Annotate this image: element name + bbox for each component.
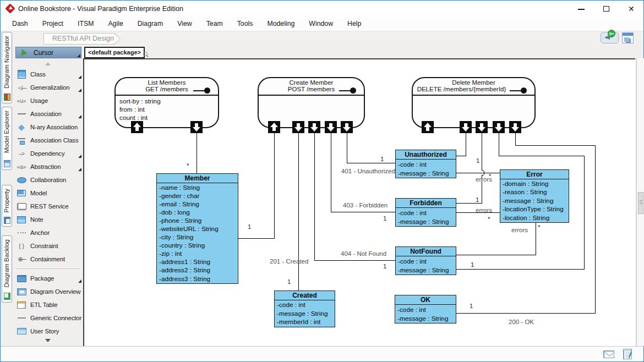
class-error[interactable]: Error -domain : String-reason : String-m…: [500, 169, 569, 223]
toolbox-item-label: Anchor: [30, 229, 50, 236]
output-port[interactable]: [460, 121, 472, 133]
maximize-button[interactable]: [594, 1, 619, 17]
toolbox-item-generalization[interactable]: Generalization: [13, 81, 83, 94]
toolbox-item-association[interactable]: Association: [13, 107, 83, 120]
canvas-area: <default package> List Members: [83, 46, 635, 346]
input-port[interactable]: [131, 121, 143, 133]
toolbox-item-diagram-overview[interactable]: Diagram Overview: [13, 285, 83, 298]
attribute-row: sort-by : string: [119, 97, 218, 106]
connector-create-notfound[interactable]: [314, 127, 395, 260]
vertical-scrollbar[interactable]: [636, 58, 644, 346]
toolbox-item-nary-association[interactable]: N-ary Association: [13, 120, 83, 134]
association-class-icon: [17, 136, 26, 145]
menu-team[interactable]: Team: [199, 17, 230, 31]
toolbox-item-usage[interactable]: Usage: [13, 94, 83, 107]
toolbox-item-user-story[interactable]: User Story: [13, 325, 83, 338]
attribute-row: from : int: [119, 106, 218, 114]
class-title: NotFound: [396, 247, 456, 256]
scrollbar-thumb[interactable]: [638, 192, 643, 214]
class-title: Unauthorized: [396, 150, 456, 160]
toolbox-scroll-up-icon[interactable]: [45, 62, 51, 65]
menu-modeling[interactable]: Modeling: [260, 17, 302, 31]
output-port[interactable]: [325, 121, 337, 133]
connector-create-unauthorized[interactable]: [347, 127, 395, 163]
minimize-icon: [578, 9, 585, 10]
tab-model-explorer[interactable]: Model Explorer: [2, 107, 12, 170]
output-port[interactable]: [509, 121, 521, 133]
diagram-toolbox: Cursor ClassGeneralizationUsageAssociati…: [13, 46, 83, 346]
tab-diagram-backlog[interactable]: Diagram Backlog: [2, 235, 12, 303]
multiplicity-one: 1: [383, 215, 386, 222]
attribute-row: -code : int: [398, 257, 456, 266]
toolbox-item-generic-connector[interactable]: Generic Connector: [13, 311, 83, 325]
menu-project[interactable]: Project: [35, 17, 70, 31]
edge-label-200: 200 - OK: [509, 319, 534, 325]
toolbox-item-package[interactable]: Package: [13, 272, 83, 285]
toolbox-item-cursor[interactable]: Cursor: [15, 47, 81, 58]
class-forbidden[interactable]: Forbidden -code : int-message : String: [395, 198, 456, 227]
toolbox-item-class[interactable]: Class: [13, 68, 83, 81]
output-port[interactable]: [308, 121, 320, 133]
menu-agile[interactable]: Agile: [101, 17, 130, 31]
connector-delete-forbidden[interactable]: [456, 127, 484, 203]
toolbox-item-label: ETL Table: [30, 301, 57, 308]
service-name: Create Member: [259, 79, 364, 86]
menu-diagram[interactable]: Diagram: [130, 17, 170, 31]
tab-diagram-navigator[interactable]: Diagram Navigator: [2, 32, 12, 103]
breadcrumb[interactable]: RESTful API Design: [43, 33, 121, 45]
toolbox-item-association-class[interactable]: Association Class: [13, 134, 83, 147]
rest-service-list-members[interactable]: List Members GET /members sort-by : stri…: [114, 77, 219, 128]
menu-view[interactable]: View: [170, 17, 199, 31]
toolbox-item-rest-service[interactable]: REST Service: [13, 200, 83, 213]
class-unauthorized[interactable]: Unauthorized -code : int-message : Strin…: [395, 150, 456, 178]
menu-itsm[interactable]: ITSM: [70, 17, 101, 31]
panel-layout-button[interactable]: [622, 32, 634, 43]
package-icon: [17, 274, 26, 283]
menu-dash[interactable]: Dash: [5, 17, 35, 31]
toolbox-item-model[interactable]: Model: [13, 187, 83, 200]
menu-help[interactable]: Help: [340, 17, 368, 31]
close-button[interactable]: ✕: [619, 1, 644, 17]
input-port[interactable]: [422, 121, 434, 133]
toolbox-item-anchor[interactable]: Anchor: [13, 226, 83, 239]
package-tab[interactable]: <default package>: [84, 47, 145, 58]
attribute-row: -city : String: [159, 233, 238, 242]
toolbox-item-label: Generic Connector: [30, 315, 81, 321]
magnifier-icon[interactable]: [143, 52, 148, 56]
menu-tools[interactable]: Tools: [230, 17, 260, 31]
output-port[interactable]: [341, 121, 353, 133]
side-tab-strip: Diagram Navigator Model Explorer Propert…: [1, 31, 13, 346]
breadcrumb-bar: RESTful API Design 9+: [1, 31, 643, 46]
class-member[interactable]: Member -name : String-gender : char-emai…: [156, 173, 238, 284]
minimize-button[interactable]: [569, 1, 594, 17]
toolbox-item-dependency[interactable]: Dependency: [13, 147, 83, 160]
multiplicity-many: *: [488, 216, 490, 222]
class-notfound[interactable]: NotFound -code : int-message : String: [395, 246, 456, 275]
note-icon: [17, 215, 26, 224]
toolbox-item-abstraction[interactable]: Abstraction: [13, 160, 83, 173]
class-ok[interactable]: OK -code : int-message : String: [395, 295, 456, 323]
toolbox-item-containment[interactable]: Containment: [13, 253, 83, 266]
diagram-canvas[interactable]: List Members GET /members sort-by : stri…: [83, 58, 635, 346]
mail-icon[interactable]: [603, 350, 614, 358]
toolbox-item-collaboration[interactable]: Collaboration: [13, 173, 83, 187]
toolbox-item-label: Association Class: [30, 137, 78, 144]
class-icon: [17, 70, 26, 79]
toolbox-item-label: Note: [30, 216, 43, 223]
connector-create-member[interactable]: [238, 127, 274, 238]
tab-property[interactable]: Property: [2, 185, 12, 227]
toolbox-item-etl-table[interactable]: ETL Table: [13, 298, 83, 311]
output-port[interactable]: [476, 121, 488, 133]
menu-window[interactable]: Window: [302, 17, 340, 31]
attribute-row: -memberId : int: [277, 318, 335, 327]
toolbox-scroll-down-icon[interactable]: [45, 339, 51, 342]
output-port[interactable]: [493, 121, 505, 133]
output-port[interactable]: [190, 121, 203, 133]
submenu-corner-icon: [77, 54, 80, 57]
class-created[interactable]: Created -code : int-message : String-mem…: [274, 290, 335, 327]
toolbox-item-note[interactable]: Note: [13, 213, 83, 226]
toolbox-item-constraint[interactable]: Constraint: [13, 239, 83, 253]
input-port[interactable]: [268, 121, 280, 133]
document-edit-icon[interactable]: [623, 349, 632, 359]
output-port[interactable]: [292, 121, 304, 133]
